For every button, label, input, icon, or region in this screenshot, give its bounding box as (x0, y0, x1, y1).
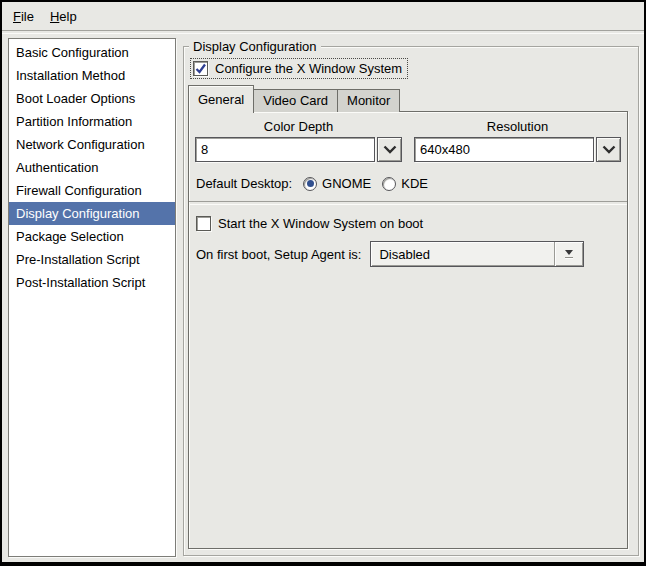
sidebar-item-package-selection[interactable]: Package Selection (9, 225, 175, 248)
setup-agent-value: Disabled (371, 247, 554, 262)
notebook: General Video Card Monitor Color Depth (188, 85, 628, 549)
kde-radio-label: KDE (401, 176, 428, 191)
resolution-dropdown-button[interactable] (596, 137, 621, 162)
sidebar-item-post-installation-script[interactable]: Post-Installation Script (9, 271, 175, 294)
menubar: File Help (2, 2, 644, 30)
setup-agent-label: On first boot, Setup Agent is: (196, 247, 361, 262)
tab-panel-general: Color Depth (188, 111, 628, 549)
tabstrip: General Video Card Monitor (188, 85, 628, 112)
resolution-combo (414, 137, 621, 162)
color-depth-input[interactable] (195, 137, 375, 162)
checkbox-checked-icon (193, 61, 208, 76)
configure-x-label: Configure the X Window System (215, 61, 402, 76)
sidebar-item-authentication[interactable]: Authentication (9, 156, 175, 179)
display-configuration-frame: Display Configuration Configure the X Wi… (183, 46, 639, 556)
dropdown-arrow-icon (554, 242, 583, 266)
gnome-radio-label: GNOME (322, 176, 371, 191)
color-depth-combo (195, 137, 402, 162)
checkbox-unchecked-icon (196, 216, 211, 231)
kickstart-configurator-window: File Help Basic Configuration Installati… (0, 0, 646, 566)
menu-help[interactable]: Help (42, 4, 85, 29)
tab-general[interactable]: General (188, 85, 254, 113)
horizontal-separator (189, 201, 627, 205)
resolution-label: Resolution (414, 119, 621, 134)
menu-file[interactable]: File (5, 4, 42, 29)
sidebar-item-firewall-configuration[interactable]: Firewall Configuration (9, 179, 175, 202)
resolution-group: Resolution (414, 112, 621, 162)
frame-title: Display Configuration (189, 38, 321, 55)
start-x-label: Start the X Window System on boot (218, 216, 423, 231)
chevron-down-icon (383, 142, 397, 157)
tab-monitor[interactable]: Monitor (337, 89, 400, 112)
gnome-radio[interactable]: GNOME (303, 176, 371, 191)
configure-x-checkbox[interactable]: Configure the X Window System (190, 58, 408, 79)
color-depth-dropdown-button[interactable] (377, 137, 402, 162)
tab-video-card[interactable]: Video Card (253, 89, 338, 112)
default-desktop-row: Default Desktop: GNOME KDE (189, 176, 627, 191)
default-desktop-label: Default Desktop: (196, 176, 292, 191)
radio-unselected-icon (382, 177, 396, 191)
sidebar-item-network-configuration[interactable]: Network Configuration (9, 133, 175, 156)
color-depth-label: Color Depth (195, 119, 402, 134)
kde-radio[interactable]: KDE (382, 176, 428, 191)
resolution-input[interactable] (414, 137, 594, 162)
sidebar-item-installation-method[interactable]: Installation Method (9, 64, 175, 87)
combo-row: Color Depth (189, 112, 627, 162)
sidebar-item-basic-configuration[interactable]: Basic Configuration (9, 41, 175, 64)
radio-selected-icon (303, 177, 317, 191)
color-depth-group: Color Depth (195, 112, 402, 162)
start-x-checkbox[interactable]: Start the X Window System on boot (196, 216, 627, 231)
sidebar-item-boot-loader-options[interactable]: Boot Loader Options (9, 87, 175, 110)
sidebar-item-display-configuration[interactable]: Display Configuration (9, 202, 175, 225)
menubar-separator (2, 30, 644, 34)
chevron-down-icon (602, 142, 616, 157)
config-section-list: Basic Configuration Installation Method … (8, 38, 176, 557)
sidebar-item-partition-information[interactable]: Partition Information (9, 110, 175, 133)
setup-agent-row: On first boot, Setup Agent is: Disabled (189, 241, 627, 267)
setup-agent-dropdown[interactable]: Disabled (370, 241, 584, 267)
sidebar-item-pre-installation-script[interactable]: Pre-Installation Script (9, 248, 175, 271)
